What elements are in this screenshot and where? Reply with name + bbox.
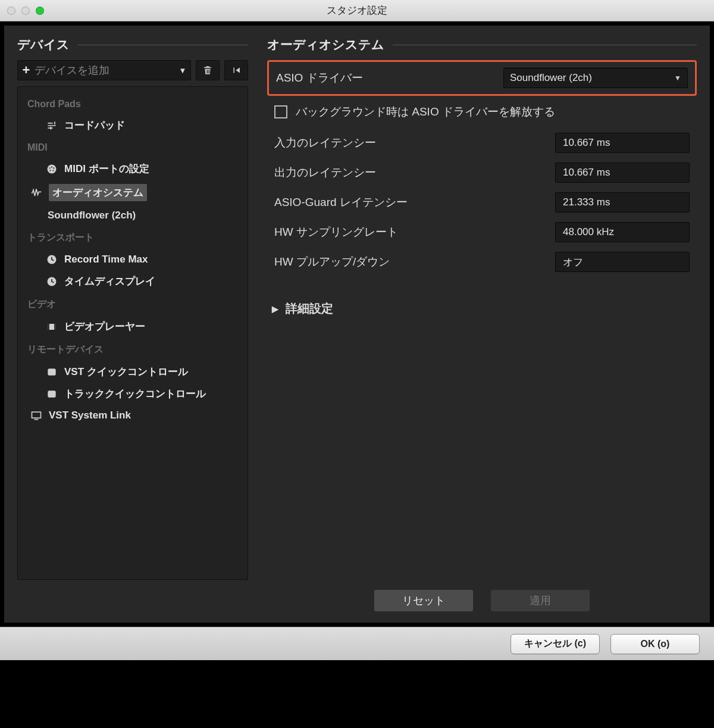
tree-item-record-time-max[interactable]: Record Time Max (21, 249, 244, 270)
tree-item-vst-system-link[interactable]: VST System Link (21, 405, 244, 426)
add-device-dropdown[interactable]: + デバイスを追加 ▼ (17, 60, 191, 80)
input-latency-value: 10.667 ms (555, 133, 690, 153)
film-icon (45, 320, 58, 333)
svg-point-5 (52, 170, 54, 171)
rewind-icon (231, 65, 242, 76)
tree-item-track-quick-controls[interactable]: トラッククイックコントロール (21, 383, 244, 405)
asio-driver-value: Soundflower (2ch) (510, 72, 674, 84)
svg-point-1 (49, 167, 51, 168)
audio-system-heading: オーディオシステム (267, 36, 697, 53)
tree-item-label: ビデオプレーヤー (64, 320, 145, 333)
tree-group-transport: トランスポート (21, 226, 244, 249)
advanced-settings-label: 詳細設定 (286, 301, 333, 317)
svg-rect-9 (48, 324, 49, 330)
page-title: オーディオシステム (267, 36, 384, 53)
hw-pull-label: HW プルアップ/ダウン (274, 254, 555, 270)
tree-item-label: トラッククイックコントロール (64, 387, 206, 401)
title-bar: スタジオ設定 (0, 0, 714, 21)
svg-point-3 (51, 166, 52, 167)
svg-rect-12 (48, 390, 55, 398)
tree-item-audio-system[interactable]: オーディオシステム (21, 180, 244, 205)
tree-item-label: Record Time Max (64, 254, 148, 265)
tree-item-label: タイムディスプレイ (64, 274, 155, 288)
release-in-background-label: バックグラウンド時は ASIO ドライバーを解放する (296, 104, 555, 120)
tree-item-video-player[interactable]: ビデオプレーヤー (21, 315, 244, 338)
tree-item-label: MIDI ポートの設定 (64, 162, 149, 176)
advanced-settings-toggle[interactable]: ▶ 詳細設定 (267, 277, 697, 317)
hw-pull-value: オフ (555, 252, 690, 272)
tree-item-chord-pad[interactable]: コードパッド (21, 114, 244, 136)
svg-rect-13 (32, 412, 41, 418)
tree-item-midi-ports[interactable]: MIDI ポートの設定 (21, 158, 244, 180)
asio-driver-dropdown[interactable]: Soundflower (2ch) ▼ (503, 68, 688, 88)
triangle-right-icon: ▶ (272, 304, 278, 314)
tree-group-remote: リモートデバイス (21, 338, 244, 361)
cancel-button[interactable]: キャンセル (c) (511, 634, 600, 654)
release-in-background-checkbox[interactable] (274, 105, 287, 118)
output-latency-label: 出力のレイテンシー (274, 165, 555, 180)
apply-button[interactable]: 適用 (490, 589, 590, 612)
divider (78, 45, 248, 45)
divider (393, 45, 697, 45)
chevron-down-icon: ▼ (175, 66, 190, 75)
clock-icon (45, 275, 58, 288)
tree-item-time-display[interactable]: タイムディスプレイ (21, 270, 244, 292)
monitor-icon (30, 409, 43, 422)
asio-driver-row-highlight: ASIO ドライバー Soundflower (2ch) ▼ (267, 60, 697, 96)
tree-item-label: VST System Link (49, 410, 131, 421)
midi-icon (45, 163, 58, 176)
svg-rect-10 (54, 324, 56, 330)
asio-driver-label: ASIO ドライバー (276, 70, 503, 86)
tree-item-label: コードパッド (64, 118, 125, 132)
devices-heading-label: デバイス (17, 36, 70, 53)
svg-point-0 (48, 164, 57, 173)
plus-icon: + (18, 63, 35, 78)
devices-heading: デバイス (17, 36, 248, 53)
tree-item-vst-quick-controls[interactable]: VST クイックコントロール (21, 361, 244, 383)
reset-button[interactable]: リセット (374, 589, 474, 612)
delete-device-button[interactable] (196, 60, 220, 80)
tree-item-label: VST クイックコントロール (64, 365, 188, 379)
window-title: スタジオ設定 (0, 4, 714, 17)
add-device-label: デバイスを追加 (35, 63, 175, 77)
tree-item-label: オーディオシステム (49, 184, 147, 201)
dialog-footer: キャンセル (c) OK (o) (0, 627, 714, 660)
tree-item-label: Soundflower (2ch) (48, 210, 136, 221)
hw-sample-rate-value: 48.000 kHz (555, 222, 690, 242)
tree-group-video: ビデオ (21, 292, 244, 315)
svg-point-4 (49, 170, 51, 171)
tree-item-audio-driver[interactable]: Soundflower (2ch) (21, 205, 244, 226)
reset-device-button[interactable] (224, 60, 248, 80)
chevron-down-icon: ▼ (674, 74, 681, 82)
output-latency-value: 10.667 ms (555, 163, 690, 183)
hw-sample-rate-label: HW サンプリングレート (274, 224, 555, 240)
clock-icon (45, 253, 58, 266)
waveform-icon (30, 186, 43, 199)
ok-button[interactable]: OK (o) (610, 634, 700, 654)
trash-icon (202, 65, 213, 76)
asio-guard-latency-value: 21.333 ms (555, 192, 690, 213)
sliders-icon (45, 119, 58, 132)
tree-group-midi: MIDI (21, 136, 244, 158)
controller-icon (45, 388, 58, 401)
svg-point-2 (53, 167, 54, 168)
svg-rect-11 (48, 368, 55, 376)
asio-guard-latency-label: ASIO-Guard レイテンシー (274, 195, 555, 210)
device-tree[interactable]: Chord Pads コードパッド MIDI MIDI ポートの設定 オーディオ… (17, 86, 248, 580)
controller-icon (45, 365, 58, 379)
tree-group-chord-pads: Chord Pads (21, 93, 244, 114)
studio-setup-dialog: デバイス + デバイスを追加 ▼ Chord Pads (4, 25, 710, 623)
input-latency-label: 入力のレイテンシー (274, 135, 555, 151)
